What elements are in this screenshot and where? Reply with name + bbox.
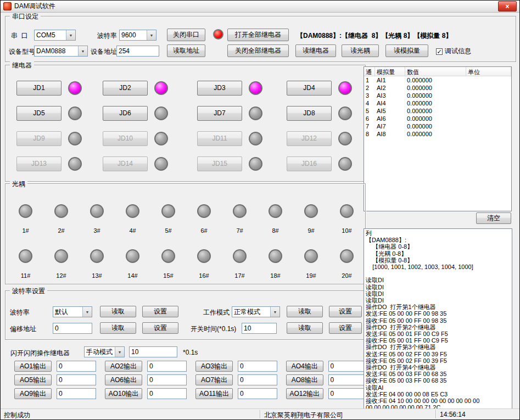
opto-label: 15#	[163, 272, 173, 279]
work-mode-select[interactable]: 正常模式 ▼	[232, 306, 280, 317]
switch-time-input[interactable]: 10	[242, 323, 277, 334]
ao-output-button[interactable]: AO6输出	[105, 374, 142, 385]
flash-mode-select[interactable]: 手动模式 ▼	[84, 346, 125, 357]
address-input[interactable]: 254	[116, 46, 159, 57]
opto-led	[54, 249, 68, 263]
ao-output-input[interactable]: 0	[328, 388, 368, 399]
clear-button[interactable]: 清空	[476, 212, 511, 224]
column-header-value[interactable]: 数值	[405, 67, 466, 76]
relay-button[interactable]: JD3	[197, 81, 242, 96]
ao-output-input[interactable]: 0	[328, 374, 368, 385]
set-switch-time-button[interactable]: 设置	[329, 322, 362, 334]
ao-output-input[interactable]: 0	[238, 361, 277, 372]
read-relay-button[interactable]: 读继电器	[295, 44, 336, 57]
ao-output-button[interactable]: AO5输出	[14, 374, 52, 385]
baud-select[interactable]: 9600 ▼	[119, 30, 156, 41]
chevron-down-icon[interactable]: ▼	[147, 30, 156, 40]
baudrate-select[interactable]: 默认 ▼	[53, 306, 92, 317]
read-work-mode-button[interactable]: 读取	[287, 306, 323, 317]
chevron-down-icon[interactable]: ▼	[270, 307, 279, 317]
relay-button[interactable]: JD10	[103, 131, 148, 146]
ao-output-button[interactable]: AO11输出	[195, 388, 233, 399]
column-header-unit[interactable]: 单位	[466, 67, 511, 76]
offset-address-input[interactable]: 0	[53, 323, 92, 334]
flash-time-input[interactable]: 10	[129, 346, 177, 357]
read-baudrate-button[interactable]: 读取	[100, 306, 136, 317]
chevron-down-icon[interactable]: ▼	[78, 46, 87, 56]
ao-output-button[interactable]: AO10输出	[105, 388, 142, 399]
relay-button[interactable]: JD5	[16, 106, 61, 121]
relay-button[interactable]: JD13	[16, 156, 61, 171]
ao-output-input[interactable]: 0	[57, 374, 96, 385]
open-all-relays-button[interactable]: 打开全部继电器	[227, 29, 289, 41]
ao-output-button[interactable]: AO2输出	[105, 361, 142, 372]
set-offset-button[interactable]: 设置	[142, 322, 178, 334]
ao-output-input[interactable]: 0	[328, 361, 368, 372]
ao-output-button[interactable]: AO4输出	[286, 361, 323, 372]
close-button[interactable]: ×	[498, 1, 517, 12]
table-row[interactable]: 4 AI4 0.000000	[364, 99, 511, 107]
model-label: 设备型号	[9, 47, 35, 57]
set-work-mode-button[interactable]: 设置	[329, 306, 362, 317]
ao-output-input[interactable]: 0	[57, 388, 96, 399]
ao-output-button[interactable]: AO3输出	[195, 361, 233, 372]
cell-analog-name: AI4	[375, 100, 405, 107]
column-header-channel[interactable]: 通	[364, 67, 375, 76]
table-row[interactable]: 5 AI5 0.000000	[364, 107, 511, 115]
relay-button[interactable]: JD7	[197, 106, 242, 121]
ao-output-input[interactable]: 0	[147, 361, 187, 372]
opto-led	[19, 249, 32, 263]
ao-output-button[interactable]: AO1输出	[14, 361, 52, 372]
table-row[interactable]: 3 AI3 0.000000	[364, 92, 511, 99]
table-row[interactable]: 1 AI1 0.000000	[364, 76, 511, 84]
ao-output-input[interactable]: 0	[147, 374, 187, 385]
ao-output-input[interactable]: 0	[57, 361, 96, 372]
read-opto-button[interactable]: 读光耦	[342, 44, 379, 57]
ao-output-input[interactable]: 0	[238, 388, 277, 399]
opto-group-title: 光耦	[10, 180, 27, 189]
debug-log[interactable]: 列 【DAM0888】: 【继电器 0-8】 【光耦 0-8】 【模拟量 0-8…	[364, 228, 512, 408]
relay-button[interactable]: JD4	[287, 81, 332, 96]
ao-output-button[interactable]: AO9输出	[14, 388, 52, 399]
column-header-analog[interactable]: 模拟量	[375, 67, 405, 76]
relay-button[interactable]: JD6	[103, 106, 148, 121]
port-select[interactable]: COM5 ▼	[34, 30, 76, 41]
table-row[interactable]: 2 AI2 0.000000	[364, 84, 511, 92]
table-row[interactable]: 7 AI7 0.000000	[364, 122, 511, 130]
read-address-button[interactable]: 读取地址	[167, 44, 205, 57]
table-row[interactable]: 8 AI8 0.000000	[364, 130, 511, 138]
ao-output-button[interactable]: AO8输出	[286, 374, 323, 385]
relay-button[interactable]: JD8	[287, 106, 332, 121]
relay-button[interactable]: JD16	[287, 156, 332, 171]
opto-led	[126, 204, 139, 218]
opto-cell: 9#	[293, 204, 329, 234]
close-all-relays-button[interactable]: 关闭全部继电器	[227, 44, 289, 57]
relay-led	[68, 81, 82, 95]
relay-button[interactable]: JD15	[197, 156, 242, 171]
chevron-down-icon[interactable]: ▼	[82, 307, 92, 317]
ao-output-input[interactable]: 0	[147, 388, 187, 399]
table-row[interactable]: 6 AI6 0.000000	[364, 115, 511, 122]
set-baudrate-button[interactable]: 设置	[142, 306, 178, 317]
chevron-down-icon[interactable]: ▼	[115, 347, 124, 357]
opto-cell: 14#	[115, 249, 150, 279]
ao-output-input[interactable]: 0	[238, 374, 277, 385]
relay-button[interactable]: JD2	[103, 81, 148, 96]
debug-info-checkbox[interactable]: ✓ 调试信息	[436, 47, 471, 56]
model-select[interactable]: DAM0888 ▼	[34, 46, 88, 57]
offset-address-label: 偏移地址	[10, 324, 36, 334]
relay-button[interactable]: JD14	[103, 156, 148, 171]
relay-button[interactable]: JD12	[287, 131, 332, 146]
relay-button[interactable]: JD11	[197, 131, 242, 146]
ao-output-button[interactable]: AO7输出	[195, 374, 233, 385]
relay-button[interactable]: JD1	[16, 81, 61, 96]
close-port-button[interactable]: 关闭串口	[167, 29, 205, 41]
chevron-down-icon[interactable]: ▼	[66, 30, 75, 40]
read-analog-button[interactable]: 读模拟量	[385, 44, 428, 57]
read-switch-time-button[interactable]: 读取	[287, 322, 323, 334]
read-offset-button[interactable]: 读取	[100, 322, 136, 334]
ao-output-button[interactable]: AO12输出	[286, 388, 323, 399]
cell-value: 0.000000	[405, 100, 466, 107]
relay-button[interactable]: JD9	[16, 131, 61, 146]
status-bar: 控制成功 北京聚英翱翔电子有限公司 14:56:14	[1, 408, 519, 419]
